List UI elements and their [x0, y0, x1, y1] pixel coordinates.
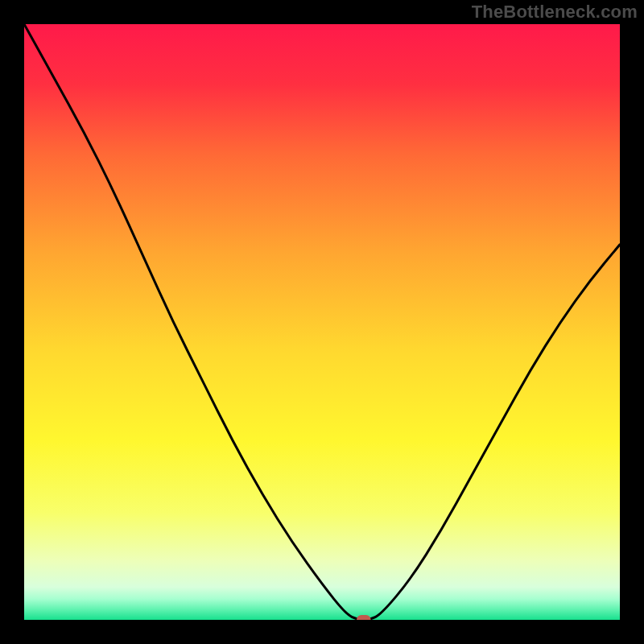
bottleneck-chart	[24, 24, 620, 620]
gradient-background	[24, 24, 620, 620]
chart-container: TheBottleneck.com	[0, 0, 644, 644]
plot-area	[24, 24, 620, 620]
attribution-text: TheBottleneck.com	[472, 2, 638, 23]
